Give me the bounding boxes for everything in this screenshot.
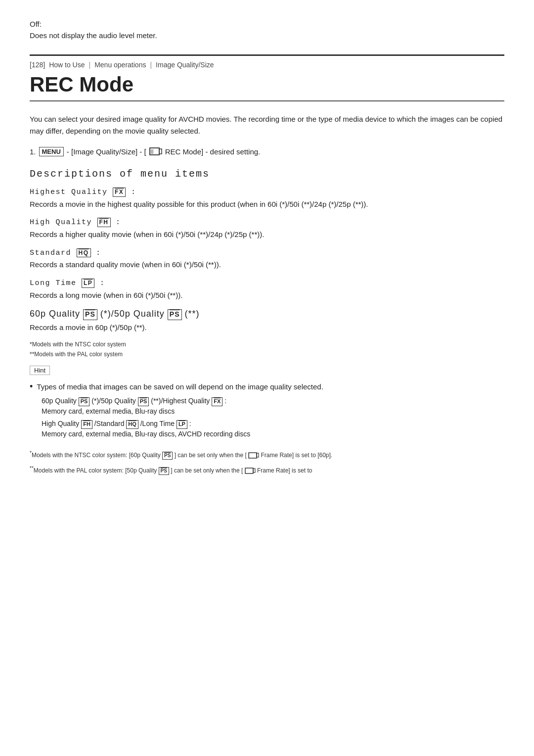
quality-item-fx: Highest Quality FX : Records a movie in … <box>30 188 504 210</box>
quality-label-text-hq: Standard <box>30 249 77 257</box>
badge-fx: FX <box>113 188 126 197</box>
quality-desc-hq: Records a standard quality movie (when i… <box>30 259 504 271</box>
label-60p: 60p Quality <box>30 309 83 319</box>
svg-rect-4 <box>249 453 257 458</box>
star-60p: (*)/50p Quality <box>100 309 168 319</box>
badge-ps-hint1: PS <box>79 397 90 406</box>
quality-item-ps: 60p Quality PS (*)/50p Quality PS (**) R… <box>30 309 504 333</box>
badge-ps-60p: PS <box>83 309 97 320</box>
svg-rect-6 <box>245 468 253 473</box>
quality-label-fx: Highest Quality FX : <box>30 188 504 197</box>
badge-lp-hint: LP <box>177 420 187 428</box>
bottom-footnote-1: *Models with the NTSC color system: [60p… <box>30 449 504 460</box>
hint-sub-fh-value: Memory card, external media, Blu-ray dis… <box>42 430 250 438</box>
quality-item-fh: High Quality FH : Records a higher quali… <box>30 218 504 240</box>
intro-text: You can select your desired image qualit… <box>30 113 504 137</box>
quality-item-lp: Long Time LP : Records a long movie (whe… <box>30 279 504 301</box>
colon-fh: : <box>116 218 121 227</box>
quality-label-hq: Standard HQ : <box>30 248 504 258</box>
quality-label-text-lp: Long Time <box>30 279 82 287</box>
title-divider <box>30 100 504 101</box>
star-50p: (**) <box>185 309 200 319</box>
hint-item: • Types of media that images can be save… <box>30 381 504 393</box>
footnote-pal: **Models with the PAL color system <box>30 351 504 358</box>
descriptions-heading: Descriptions of menu items <box>30 168 504 180</box>
breadcrumb-section1: How to Use <box>49 61 85 69</box>
badge-fh: FH <box>97 218 111 227</box>
badge-hq: HQ <box>77 248 91 258</box>
badge-fx-hint: FX <box>212 397 222 406</box>
footnote-ntsc: *Models with the NTSC color system <box>30 341 504 348</box>
quality-label-text-fx: Highest Quality <box>30 188 113 196</box>
top-section: Off: Does not display the audio level me… <box>30 20 504 40</box>
hint-sub-ps-label: 60p Quality PS (*)/50p Quality PS (**)/H… <box>42 397 226 405</box>
quality-desc-fh: Records a higher quality movie (when in … <box>30 229 504 240</box>
menu-button: MENU <box>39 147 64 156</box>
step-text2: REC Mode] - desired setting. <box>165 147 261 156</box>
badge-ps-fn2: PS <box>159 467 169 475</box>
camera-icon-fn1 <box>248 452 259 459</box>
colon-hq: : <box>96 249 101 257</box>
bullet-icon: • <box>30 381 33 393</box>
quality-label-fh: High Quality FH : <box>30 218 504 227</box>
hint-sub-fh-label: High Quality FH /Standard HQ /Long Time … <box>42 420 191 427</box>
badge-hq-hint: HQ <box>126 420 138 428</box>
menu-step: 1. MENU - [Image Quality/Size] - [ REC M… <box>30 147 504 156</box>
hint-sub-fh: High Quality FH /Standard HQ /Long Time … <box>42 419 504 439</box>
svg-rect-1 <box>159 149 162 154</box>
badge-lp: LP <box>82 279 94 288</box>
svg-rect-5 <box>257 453 259 457</box>
quality-label-ps: 60p Quality PS (*)/50p Quality PS (**) <box>30 309 504 320</box>
quality-desc-fx: Records a movie in the highest quality p… <box>30 199 504 210</box>
quality-label-text-fh: High Quality <box>30 218 97 227</box>
badge-ps-50p: PS <box>168 309 182 320</box>
breadcrumb-pagenum: [128] <box>30 61 45 69</box>
colon-fx: : <box>131 188 136 196</box>
quality-desc-ps: Records a movie in 60p (*)/50p (**). <box>30 322 504 333</box>
hint-sub-ps: 60p Quality PS (*)/50p Quality PS (**)/H… <box>42 396 504 417</box>
bottom-footnote-2: **Models with the PAL color system: [50p… <box>30 465 504 475</box>
breadcrumb-sep1: | <box>89 61 91 69</box>
breadcrumb-section3: Image Quality/Size <box>156 61 214 69</box>
step-number: 1. <box>30 147 36 156</box>
breadcrumb-sep2: | <box>150 61 152 69</box>
svg-rect-7 <box>253 469 255 472</box>
page-title: REC Mode <box>30 73 504 96</box>
camera-icon <box>149 147 162 156</box>
hint-sub-ps-value: Memory card, external media, Blu-ray dis… <box>42 407 175 415</box>
off-heading: Off: <box>30 20 504 28</box>
colon-lp: : <box>100 279 105 287</box>
badge-ps-fn1: PS <box>162 452 173 460</box>
quality-label-lp: Long Time LP : <box>30 279 504 288</box>
breadcrumb-section2: Menu operations <box>94 61 146 69</box>
off-desc: Does not display the audio level meter. <box>30 31 504 40</box>
quality-item-hq: Standard HQ : Records a standard quality… <box>30 248 504 271</box>
quality-desc-lp: Records a long movie (when in 60i (*)/50… <box>30 290 504 301</box>
breadcrumb: [128] How to Use | Menu operations | Ima… <box>30 61 504 69</box>
badge-ps-hint2: PS <box>138 397 149 406</box>
camera-icon-fn2 <box>245 468 256 474</box>
hint-text: Types of media that images can be saved … <box>37 381 323 393</box>
step-text: - [Image Quality/Size] - [ <box>67 147 146 156</box>
top-thick-divider <box>30 54 504 56</box>
hint-box: Hint <box>30 366 50 375</box>
badge-fh-hint: FH <box>81 420 92 428</box>
